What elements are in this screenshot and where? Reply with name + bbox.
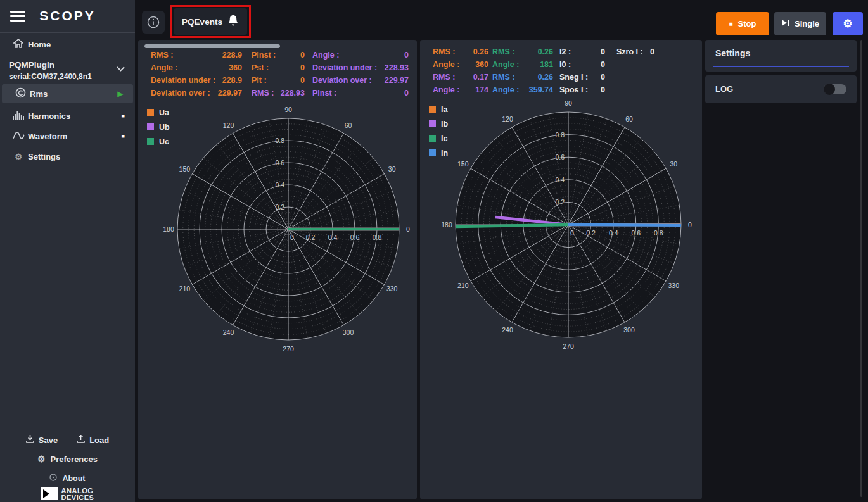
svg-text:180: 180 [441, 221, 452, 229]
metric-label: RMS : [492, 47, 514, 56]
stopped-indicator-icon[interactable]: ■ [122, 113, 125, 119]
load-icon [77, 435, 85, 445]
metric-row: Angle :360 [151, 61, 242, 74]
sidebar-plugin-section[interactable]: PQMPlugin serial:COM37,2400,8n1 [9, 60, 126, 81]
info-icon [147, 16, 160, 28]
metric-value: 360 [229, 63, 242, 72]
table-column: RMS :0.26Angle :360RMS :0.17Angle :174 [433, 46, 488, 96]
about-button[interactable]: About [0, 474, 135, 483]
metric-row: Plt :0 [252, 74, 305, 87]
svg-text:270: 270 [563, 342, 574, 350]
legend-swatch-icon [429, 149, 436, 156]
svg-text:210: 210 [179, 285, 191, 292]
metric-value: 228.93 [385, 63, 409, 72]
metric-row: I2 :0 [559, 46, 605, 58]
svg-text:0.6: 0.6 [555, 153, 565, 161]
metric-label: RMS : [151, 51, 173, 60]
vertical-scrollbar[interactable] [860, 40, 862, 497]
sidebar-item-home[interactable]: Home [0, 35, 135, 54]
svg-text:60: 60 [625, 115, 633, 123]
metric-row: Angle :0 [312, 49, 409, 61]
analog-devices-triangle-icon [41, 487, 58, 500]
svg-text:0.6: 0.6 [350, 234, 360, 241]
pqevents-label: PQEvents [182, 17, 222, 27]
metric-row: Sneg I :0 [559, 71, 605, 84]
svg-text:0.4: 0.4 [275, 181, 284, 189]
svg-text:0.2: 0.2 [306, 234, 316, 241]
svg-text:150: 150 [179, 165, 191, 173]
metric-value: 0.17 [473, 73, 488, 82]
settings-title: Settings [715, 48, 750, 58]
table-column: Angle :0Deviation under :228.93Deviation… [312, 49, 409, 99]
metric-value: 0 [601, 47, 605, 56]
sidebar-item-label: Settings [28, 152, 135, 161]
plugin-settings-button[interactable]: ⚙ [833, 12, 863, 35]
metric-label: RMS : [492, 73, 514, 82]
rms-icon [11, 87, 30, 100]
metric-label: Angle : [151, 63, 177, 72]
svg-text:120: 120 [502, 115, 513, 123]
scopy-logo: SCOPY [0, 8, 135, 23]
metric-label: RMS : [433, 73, 455, 82]
analog-devices-logo: ANALOG DEVICES [0, 487, 135, 501]
svg-text:180: 180 [163, 225, 174, 233]
sidebar-item-harmonics[interactable]: Harmonics ■ [0, 106, 135, 125]
metric-value: 0 [601, 73, 605, 82]
table-column: Szro I :0 [616, 46, 654, 58]
svg-text:0: 0 [406, 225, 410, 233]
svg-text:210: 210 [457, 282, 469, 289]
bell-icon [227, 15, 239, 28]
legend-swatch-icon [147, 109, 154, 116]
svg-text:30: 30 [670, 160, 677, 168]
svg-text:0.8: 0.8 [373, 234, 382, 241]
metric-label: Pinst : [252, 51, 276, 60]
running-indicator-icon[interactable]: ▶ [118, 90, 123, 98]
sidebar-item-waveform[interactable]: Waveform ■ [0, 127, 135, 146]
metric-value: 228.9 [222, 76, 242, 85]
save-button[interactable]: Save [26, 435, 58, 445]
legend-swatch-icon [429, 106, 436, 113]
metric-label: Deviation under : [312, 63, 377, 72]
gear-icon: ⚙ [843, 17, 852, 30]
svg-text:0.8: 0.8 [275, 137, 284, 144]
metric-value: 0 [300, 51, 305, 60]
metric-row: Szro I :0 [616, 46, 654, 58]
divider [0, 432, 135, 432]
table-column: Pinst :0Pst :0Plt :0RMS :228.93 [252, 49, 305, 99]
sidebar-item-rms[interactable]: Rms ▶ [2, 84, 133, 103]
preferences-button[interactable]: ⚙ Preferences [0, 454, 135, 464]
sidebar-item-settings[interactable]: ⚙ Settings [0, 147, 135, 166]
metric-label: Pinst : [312, 89, 336, 97]
pqevents-button[interactable]: PQEvents [174, 8, 247, 35]
metric-label: RMS : [252, 89, 274, 97]
metric-value: 228.93 [281, 89, 305, 97]
svg-text:90: 90 [565, 99, 572, 107]
about-label: About [62, 474, 85, 483]
svg-text:0.4: 0.4 [609, 229, 618, 237]
svg-text:120: 120 [223, 122, 234, 129]
current-polar-chart: 03060901201501802102402703003300.20.40.6… [437, 93, 700, 356]
log-label: LOG [715, 84, 733, 94]
settings-header-card: Settings [705, 40, 857, 72]
svg-text:0.8: 0.8 [654, 229, 663, 237]
stopped-indicator-icon[interactable]: ■ [122, 133, 125, 139]
metric-label: Pst : [252, 63, 269, 72]
metric-label: Deviation over : [151, 89, 210, 97]
info-button[interactable] [142, 11, 165, 34]
metric-row: Pst :0 [252, 61, 305, 74]
log-toggle[interactable] [824, 84, 846, 94]
metric-label: Deviation over : [312, 76, 372, 85]
sidebar-item-label: Waveform [28, 132, 122, 141]
legend-swatch-icon [147, 138, 154, 145]
metric-value: 229.97 [385, 76, 409, 85]
svg-text:0.8: 0.8 [555, 131, 565, 139]
horizontal-scrollbar[interactable] [144, 44, 280, 48]
metric-row: RMS :0.26 [492, 46, 553, 58]
metric-row: Deviation over :229.97 [312, 74, 409, 87]
metric-row: Deviation over :229.97 [151, 87, 242, 99]
stop-button[interactable]: ■ Stop [716, 12, 769, 35]
single-button[interactable]: Single [774, 12, 826, 35]
load-button[interactable]: Load [77, 435, 109, 445]
metric-row: RMS :228.9 [151, 49, 242, 61]
chevron-down-icon[interactable] [117, 63, 125, 74]
